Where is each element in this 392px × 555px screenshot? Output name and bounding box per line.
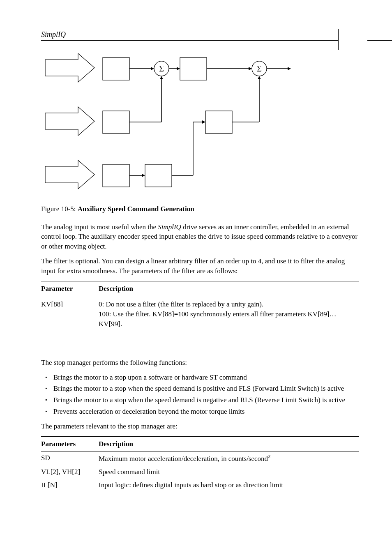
table-row: VL[2], VH[2] Speed command limit	[41, 465, 359, 479]
svg-marker-27	[202, 120, 205, 124]
block-diagram: Σ Σ	[41, 53, 359, 196]
param-name: IL[N]	[41, 479, 99, 492]
svg-rect-12	[103, 111, 129, 134]
svg-rect-0	[103, 58, 129, 80]
brand-name: SimplIQ	[158, 223, 181, 231]
table-header-parameters: Parameters	[41, 436, 99, 451]
table-header-description: Description	[99, 281, 359, 296]
table-header-parameter: Parameter	[41, 281, 99, 296]
table-header-description: Description	[99, 436, 359, 451]
sigma-2: Σ	[257, 64, 262, 73]
paragraph-filter: The filter is optional. You can design a…	[41, 256, 359, 276]
param-name: SD	[41, 451, 99, 465]
svg-marker-8	[249, 67, 252, 70]
figure-prefix: Figure 10-5:	[41, 205, 78, 213]
figure-caption: Figure 10-5: Auxiliary Speed Command Gen…	[41, 204, 359, 214]
stop-parameter-table: Parameters Description SD Maximum motor …	[41, 436, 359, 492]
superscript: 2	[268, 454, 270, 459]
page: SimplIQ Σ	[0, 0, 392, 555]
svg-rect-23	[145, 164, 172, 187]
sigma-1: Σ	[159, 64, 164, 73]
param-desc: Maximum motor acceleration/deceleration,…	[99, 451, 359, 465]
svg-marker-11	[288, 67, 291, 70]
list-item: Prevents acceleration or deceleration be…	[53, 407, 359, 417]
list-item: Brings the motor to a stop upon a softwa…	[53, 373, 359, 382]
svg-marker-15	[160, 76, 163, 79]
table-row: IL[N] Input logic: defines digital input…	[41, 479, 359, 492]
list-item: Brings the motor to a stop when the spee…	[53, 395, 359, 405]
svg-marker-22	[142, 174, 145, 177]
table-row: KV[88] 0: Do not use a filter (the filte…	[41, 296, 359, 332]
svg-rect-20	[103, 164, 129, 187]
param-desc: 0: Do not use a filter (the filter is re…	[99, 296, 359, 332]
stop-manager-bullets: Brings the motor to a stop upon a softwa…	[41, 373, 359, 417]
param-desc: Input logic: defines digital inputs as h…	[99, 479, 359, 492]
list-item: Brings the motor to a stop when the spee…	[53, 384, 359, 394]
svg-marker-5	[177, 67, 180, 70]
svg-marker-30	[258, 76, 261, 79]
param-name: KV[88]	[41, 296, 99, 332]
table-row: SD Maximum motor acceleration/decelerati…	[41, 451, 359, 465]
svg-rect-16	[205, 111, 232, 134]
svg-marker-2	[151, 67, 154, 70]
param-desc: Speed command limit	[99, 465, 359, 479]
stop-manager-intro: The stop manager performs the following …	[41, 358, 359, 368]
filter-parameter-table: Parameter Description KV[88] 0: Do not u…	[41, 281, 359, 332]
figure-title: Auxiliary Speed Command Generation	[78, 205, 194, 213]
svg-rect-6	[180, 58, 207, 80]
stop-params-intro: The parameters relevant to the stop mana…	[41, 421, 359, 431]
header-title: SimplIQ	[41, 30, 66, 40]
content: Σ Σ	[41, 53, 359, 491]
page-corner-box	[338, 29, 367, 50]
param-name: VL[2], VH[2]	[41, 465, 99, 479]
paragraph-analog-input: The analog input is most useful when the…	[41, 222, 359, 251]
